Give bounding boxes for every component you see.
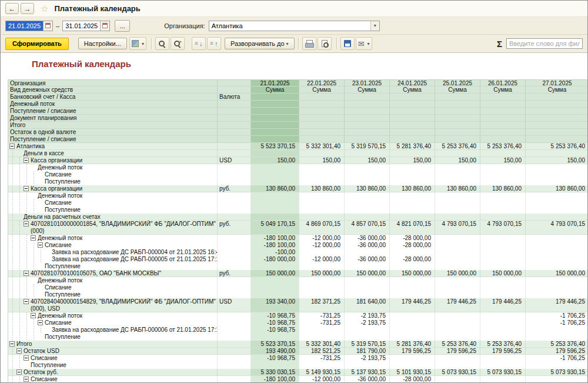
value-cell[interactable] [526,150,587,157]
value-cell[interactable] [526,249,587,256]
row-currency-cell[interactable] [218,164,251,171]
row-currency-cell[interactable] [218,249,251,256]
value-cell[interactable] [299,150,345,157]
value-cell[interactable] [480,192,526,199]
value-cell[interactable] [390,284,435,291]
row-label-cell[interactable]: Деньги на расчетных счетах [8,214,218,221]
value-cell[interactable]: -12 000,00 [299,242,345,249]
value-cell[interactable] [345,214,390,221]
row-currency-cell[interactable] [218,277,251,284]
value-cell[interactable] [390,150,435,157]
collapse-icon[interactable] [16,369,22,375]
row-label-cell[interactable]: Заявка на расходование ДС РАБП-000004 от… [8,249,218,256]
row-label-cell[interactable]: Денежный поток [8,192,218,199]
print-preview-button[interactable] [318,37,332,50]
value-cell[interactable]: 5 319 570,15 [345,143,390,150]
row-currency-cell[interactable] [218,284,251,291]
value-cell[interactable] [435,235,480,242]
value-cell[interactable]: 4 793 070,15 [435,221,480,235]
value-cell[interactable]: 179 596,25 [526,348,587,355]
collapse-icon[interactable] [16,348,22,354]
value-cell[interactable]: -10 968,75 [251,319,299,327]
value-cell[interactable] [526,199,587,207]
row-label-cell[interactable]: Списание [8,376,218,383]
value-cell[interactable] [390,164,435,171]
value-cell[interactable]: -36 000,00 [345,235,390,242]
value-cell[interactable] [345,249,390,256]
value-cell[interactable]: 179 596,25 [480,348,526,355]
value-cell[interactable] [435,171,480,178]
value-cell[interactable] [435,284,480,291]
value-cell[interactable] [345,327,390,334]
value-cell[interactable]: 5 281 376,40 [390,341,435,348]
value-cell[interactable] [480,362,526,369]
row-label-cell[interactable]: Списание [8,171,218,178]
value-cell[interactable] [390,334,435,341]
value-cell[interactable]: 4 821 070,15 [390,221,435,235]
row-label-cell[interactable]: Списание [8,242,218,249]
value-cell[interactable] [390,178,435,185]
value-cell[interactable]: 150,00 [435,157,480,164]
value-cell[interactable]: 130 860,00 [345,185,390,192]
value-cell[interactable]: 130 860,00 [251,185,299,192]
value-cell[interactable]: -180 100,00 [251,235,299,242]
value-cell[interactable] [251,362,299,369]
value-cell[interactable]: 5 253 376,40 [435,341,480,348]
row-label-cell[interactable]: Поступление [8,178,218,185]
value-cell[interactable]: 150 000,00 [299,270,345,277]
row-label-cell[interactable]: Деньги в кассе [8,150,218,157]
row-label-cell[interactable]: Атлантика [8,143,218,150]
value-cell[interactable] [390,277,435,284]
forward-button[interactable]: → [21,3,34,14]
value-cell[interactable]: 150,00 [390,157,435,164]
value-cell[interactable] [526,376,587,383]
value-cell[interactable] [480,327,526,334]
row-currency-cell[interactable] [218,334,251,341]
value-cell[interactable] [526,214,587,221]
value-cell[interactable] [435,355,480,362]
row-currency-cell[interactable] [218,256,251,263]
search-next-button[interactable]: ▸ [171,37,185,50]
value-cell[interactable] [435,207,480,214]
value-cell[interactable] [345,164,390,171]
sort-descending-button[interactable]: ≡↓ [192,37,206,50]
value-cell[interactable] [526,291,587,298]
value-cell[interactable]: 5 319 570,15 [345,341,390,348]
value-cell[interactable]: 150,00 [251,157,299,164]
value-cell[interactable]: 150 000,00 [435,270,480,277]
value-cell[interactable] [480,242,526,249]
value-cell[interactable]: -2 193,75 [345,319,390,327]
value-cell[interactable]: 179 596,25 [435,348,480,355]
value-cell[interactable] [480,199,526,207]
row-currency-cell[interactable] [218,143,251,150]
value-cell[interactable]: 4 857 070,15 [345,221,390,235]
report-variants-button[interactable]: ▾ [129,37,146,50]
value-cell[interactable] [345,207,390,214]
value-cell[interactable]: 5 253 376,40 [526,143,587,150]
value-cell[interactable]: -10 968,75 [251,355,299,362]
value-cell[interactable] [435,376,480,383]
value-cell[interactable]: -28 000,00 [390,242,435,249]
row-currency-cell[interactable] [218,312,251,319]
row-currency-cell[interactable] [218,376,251,383]
value-cell[interactable] [345,150,390,157]
value-cell[interactable]: 5 253 376,40 [435,143,480,150]
row-currency-cell[interactable] [218,341,251,348]
value-cell[interactable] [299,291,345,298]
value-cell[interactable] [480,263,526,270]
value-cell[interactable]: 181 640,00 [345,298,390,312]
print-button[interactable] [302,37,316,50]
value-cell[interactable]: 130 860,00 [299,185,345,192]
value-cell[interactable] [480,376,526,383]
value-cell[interactable]: 179 446,25 [480,298,526,312]
value-cell[interactable]: 179 596,25 [390,348,435,355]
save-button[interactable] [340,37,355,50]
email-button[interactable]: ✉ ▾ [356,37,372,50]
collapse-icon[interactable] [24,299,29,304]
value-cell[interactable]: 5 149 930,15 [299,369,345,376]
value-cell[interactable]: -28 000,00 [390,256,435,263]
value-cell[interactable] [251,178,299,185]
value-cell[interactable] [345,291,390,298]
value-cell[interactable]: -180 000,00 [251,256,299,263]
value-cell[interactable] [526,171,587,178]
